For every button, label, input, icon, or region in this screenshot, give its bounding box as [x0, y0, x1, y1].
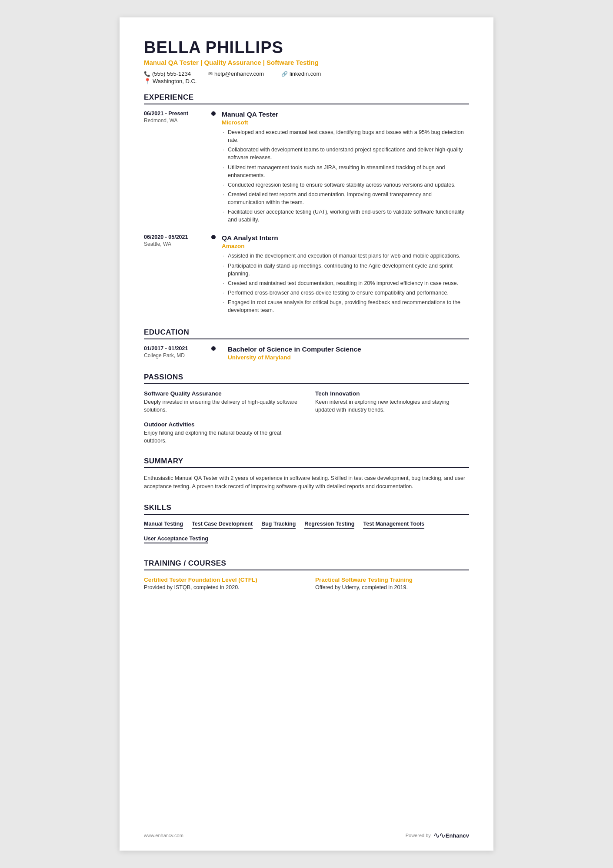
- email-address: help@enhancv.com: [214, 70, 264, 77]
- experience-item-1: 06/2021 - Present Redmond, WA Manual QA …: [144, 111, 469, 225]
- edu-school-1: University of Maryland: [228, 354, 361, 361]
- skill-1: Test Case Development: [192, 521, 253, 529]
- course-name-0: Certified Tester Foundation Level (CTFL): [144, 576, 298, 583]
- course-desc-1: Offered by Udemy, completed in 2019.: [315, 584, 469, 590]
- exp-bullets-2: Assisted in the development and executio…: [222, 252, 469, 314]
- exp-date-2: 06/2020 - 05/2021: [144, 234, 211, 240]
- passion-title-1: Tech Innovation: [315, 390, 469, 397]
- exp-title-2: QA Analyst Intern: [222, 234, 469, 242]
- exp-location-1: Redmond, WA: [144, 117, 211, 124]
- exp-bullet-1-3: Conducted regression testing to ensure s…: [222, 181, 469, 189]
- edu-left-1: 01/2017 - 01/2021 College Park, MD: [144, 345, 211, 361]
- footer: www.enhancv.com Powered by ∿∿ Enhancv: [144, 831, 469, 840]
- exp-dot-1: [211, 111, 216, 225]
- edu-date-1: 01/2017 - 01/2021: [144, 345, 211, 352]
- contact-row-1: 📞 (555) 555-1234 ✉ help@enhancv.com 🔗 li…: [144, 70, 469, 77]
- phone-number: (555) 555-1234: [152, 70, 191, 77]
- resume-page: BELLA PHILLIPS Manual QA Tester | Qualit…: [120, 17, 493, 851]
- email-contact: ✉ help@enhancv.com: [208, 70, 264, 77]
- course-desc-0: Provided by ISTQB, completed in 2020.: [144, 584, 298, 590]
- edu-dot-1: [211, 345, 216, 361]
- courses-grid: Certified Tester Foundation Level (CTFL)…: [144, 576, 469, 590]
- linkedin-url: linkedin.com: [290, 70, 321, 77]
- edu-location-1: College Park, MD: [144, 352, 211, 359]
- link-icon: 🔗: [281, 71, 288, 77]
- exp-bullet-2-1: Participated in daily stand-up meetings,…: [222, 262, 469, 278]
- brand-name: Enhancv: [446, 832, 469, 839]
- location-text: Washington, D.C.: [153, 78, 197, 84]
- passion-title-0: Software Quality Assurance: [144, 390, 298, 397]
- exp-bullet-2-2: Created and maintained test documentatio…: [222, 279, 469, 287]
- location-row: 📍 Washington, D.C.: [144, 78, 469, 84]
- skills-section: SKILLS Manual Testing Test Case Developm…: [144, 503, 469, 547]
- passion-item-0: Software Quality Assurance Deeply invest…: [144, 390, 298, 414]
- phone-icon: 📞: [144, 71, 150, 77]
- summary-text: Enthusiastic Manual QA Tester with 2 yea…: [144, 474, 469, 491]
- exp-dot-marker-1: [211, 111, 216, 116]
- skill-3: Regression Testing: [304, 521, 354, 529]
- passions-section: PASSIONS Software Quality Assurance Deep…: [144, 373, 469, 445]
- exp-bullet-1-2: Utilized test management tools such as J…: [222, 164, 469, 179]
- exp-bullet-1-5: Facilitated user acceptance testing (UAT…: [222, 208, 469, 224]
- experience-section-title: EXPERIENCE: [144, 93, 469, 104]
- passion-item-2: Outdoor Activities Enjoy hiking and expl…: [144, 421, 298, 445]
- location-icon: 📍: [144, 78, 151, 84]
- exp-bullet-1-4: Created detailed test reports and docume…: [222, 191, 469, 206]
- summary-section: SUMMARY Enthusiastic Manual QA Tester wi…: [144, 457, 469, 491]
- skill-4: Test Management Tools: [363, 521, 424, 529]
- email-icon: ✉: [208, 71, 213, 77]
- training-section-title: TRAINING / COURSES: [144, 559, 469, 570]
- exp-bullets-1: Developed and executed manual test cases…: [222, 128, 469, 224]
- edu-dot-marker-1: [211, 346, 216, 351]
- skill-2: Bug Tracking: [261, 521, 296, 529]
- exp-right-2: QA Analyst Intern Amazon Assisted in the…: [222, 234, 469, 316]
- exp-location-2: Seattle, WA: [144, 241, 211, 247]
- exp-left-2: 06/2020 - 05/2021 Seattle, WA: [144, 234, 211, 316]
- passion-item-1: Tech Innovation Keen interest in explori…: [315, 390, 469, 414]
- exp-bullet-2-0: Assisted in the development and executio…: [222, 252, 469, 260]
- experience-section: EXPERIENCE 06/2021 - Present Redmond, WA…: [144, 93, 469, 316]
- exp-bullet-1-1: Collaborated with development teams to u…: [222, 146, 469, 161]
- passion-desc-2: Enjoy hiking and exploring the natural b…: [144, 429, 298, 445]
- experience-item-2: 06/2020 - 05/2021 Seattle, WA QA Analyst…: [144, 234, 469, 316]
- exp-bullet-1-0: Developed and executed manual test cases…: [222, 128, 469, 144]
- passions-grid: Software Quality Assurance Deeply invest…: [144, 390, 469, 445]
- skill-5: User Acceptance Testing: [144, 536, 208, 543]
- edu-item-1: 01/2017 - 01/2021 College Park, MD Bache…: [144, 345, 469, 361]
- exp-bullet-2-4: Engaged in root cause analysis for criti…: [222, 298, 469, 314]
- course-name-1: Practical Software Testing Training: [315, 576, 469, 583]
- exp-dot-2: [211, 234, 216, 316]
- training-section: TRAINING / COURSES Certified Tester Foun…: [144, 559, 469, 590]
- exp-right-1: Manual QA Tester Microsoft Developed and…: [222, 111, 469, 225]
- phone-contact: 📞 (555) 555-1234: [144, 70, 191, 77]
- linkedin-contact: 🔗 linkedin.com: [281, 70, 321, 77]
- edu-right-1: Bachelor of Science in Computer Science …: [228, 345, 361, 361]
- exp-company-1: Microsoft: [222, 119, 469, 126]
- course-item-0: Certified Tester Foundation Level (CTFL)…: [144, 576, 298, 590]
- candidate-title: Manual QA Tester | Quality Assurance | S…: [144, 59, 469, 66]
- course-item-1: Practical Software Testing Training Offe…: [315, 576, 469, 590]
- education-section-title: EDUCATION: [144, 328, 469, 339]
- footer-brand: Powered by ∿∿ Enhancv: [406, 831, 469, 840]
- passion-title-2: Outdoor Activities: [144, 421, 298, 428]
- powered-by-text: Powered by: [406, 833, 431, 838]
- skills-grid: Manual Testing Test Case Development Bug…: [144, 521, 469, 547]
- footer-website: www.enhancv.com: [144, 833, 183, 838]
- enhancv-logo: ∿∿ Enhancv: [433, 831, 469, 840]
- logo-wave-icon: ∿∿: [433, 831, 445, 840]
- education-section: EDUCATION 01/2017 - 01/2021 College Park…: [144, 328, 469, 361]
- exp-left-1: 06/2021 - Present Redmond, WA: [144, 111, 211, 225]
- exp-dot-marker-2: [211, 235, 216, 239]
- summary-section-title: SUMMARY: [144, 457, 469, 468]
- header: BELLA PHILLIPS Manual QA Tester | Qualit…: [144, 38, 469, 84]
- exp-date-1: 06/2021 - Present: [144, 111, 211, 117]
- candidate-name: BELLA PHILLIPS: [144, 38, 469, 57]
- edu-degree-1: Bachelor of Science in Computer Science: [228, 345, 361, 353]
- exp-bullet-2-3: Performed cross-browser and cross-device…: [222, 289, 469, 297]
- passion-desc-0: Deeply invested in ensuring the delivery…: [144, 398, 298, 414]
- skill-0: Manual Testing: [144, 521, 183, 529]
- passions-section-title: PASSIONS: [144, 373, 469, 384]
- passion-desc-1: Keen interest in exploring new technolog…: [315, 398, 469, 414]
- skills-section-title: SKILLS: [144, 503, 469, 515]
- exp-company-2: Amazon: [222, 243, 469, 249]
